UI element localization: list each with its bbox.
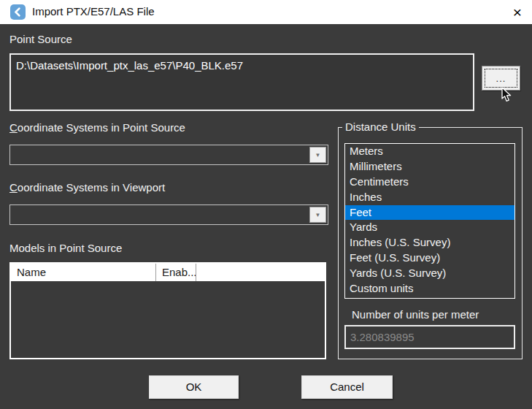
chevron-down-icon[interactable]: ▼: [309, 147, 326, 163]
cs-viewport-label: Coordinate Systems in Viewport: [9, 181, 165, 194]
chevron-left-icon: [12, 7, 23, 18]
mouse-cursor: [501, 87, 513, 103]
column-header-filler: [196, 264, 325, 281]
models-table-body[interactable]: [11, 281, 325, 358]
units-per-meter-field: 3.280839895: [344, 325, 515, 349]
cs-point-source-label: Coordinate Systems in Point Source: [9, 121, 185, 134]
point-source-path: D:\Datasets\Import_ptx_las_e57\P40_BLK.e…: [16, 59, 243, 72]
app-icon: [10, 4, 26, 20]
distance-unit-option-feet[interactable]: Feet: [345, 205, 514, 221]
ok-button[interactable]: OK: [149, 375, 239, 399]
import-dialog: Import PTX/E57/LAS File × Point Source D…: [0, 0, 532, 409]
distance-unit-option-yards[interactable]: Yards: [345, 220, 514, 235]
models-table-header: Name Enab...: [11, 264, 325, 281]
models-table: Name Enab...: [9, 262, 326, 359]
titlebar: Import PTX/E57/LAS File ×: [0, 0, 532, 24]
distance-unit-option-centimeters[interactable]: Centimeters: [345, 175, 514, 190]
chevron-down-icon[interactable]: ▼: [309, 207, 326, 223]
distance-unit-option-feet-u-s-survey[interactable]: Feet (U.S. Survey): [345, 251, 514, 266]
distance-units-group: Distance Units MetersMillimetersCentimet…: [338, 127, 523, 359]
column-header-name[interactable]: Name: [11, 264, 156, 281]
point-source-field[interactable]: D:\Datasets\Import_ptx_las_e57\P40_BLK.e…: [9, 53, 474, 111]
units-per-meter-label: Number of units per meter: [352, 308, 479, 321]
window-title: Import PTX/E57/LAS File: [32, 5, 155, 18]
distance-unit-option-meters[interactable]: Meters: [345, 144, 514, 159]
distance-units-listbox[interactable]: MetersMillimetersCentimetersInchesFeetYa…: [344, 143, 515, 299]
cancel-button[interactable]: Cancel: [301, 375, 393, 399]
distance-unit-option-inches-u-s-survey[interactable]: Inches (U.S. Survey): [345, 235, 514, 251]
cs-point-source-combobox[interactable]: ▼: [9, 145, 328, 165]
cs-viewport-combobox[interactable]: ▼: [9, 204, 328, 225]
models-label: Models in Point Source: [9, 242, 122, 254]
distance-unit-option-custom-units[interactable]: Custom units: [345, 281, 514, 297]
column-header-enabled[interactable]: Enab...: [156, 264, 196, 281]
close-icon[interactable]: ×: [507, 3, 528, 21]
distance-units-legend: Distance Units: [342, 121, 419, 133]
point-source-label: Point Source: [9, 33, 72, 45]
distance-unit-option-yards-u-s-survey[interactable]: Yards (U.S. Survey): [345, 266, 514, 281]
distance-unit-option-inches[interactable]: Inches: [345, 190, 514, 205]
distance-unit-option-millimeters[interactable]: Millimeters: [345, 159, 514, 175]
